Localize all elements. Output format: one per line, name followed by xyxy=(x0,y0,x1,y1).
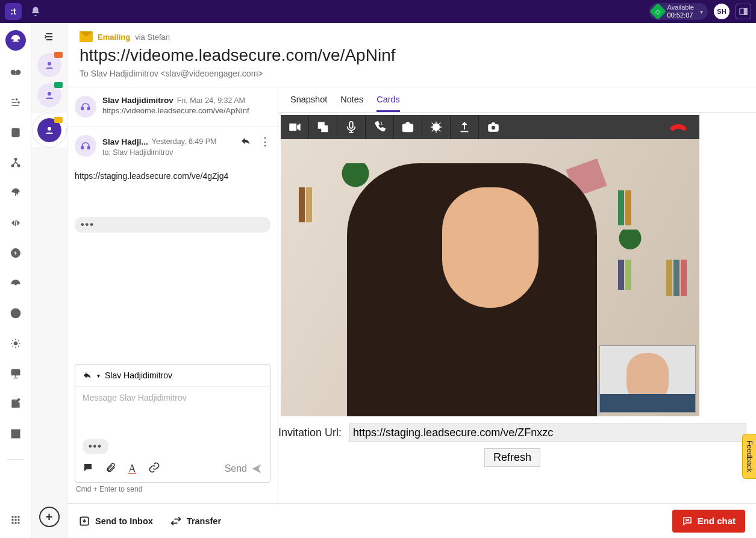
svg-point-10 xyxy=(14,130,16,133)
person-face xyxy=(442,187,539,308)
message-time: Fri, Mar 24, 9:32 AM xyxy=(177,96,245,105)
attachment-icon[interactable] xyxy=(105,462,116,475)
svg-rect-36 xyxy=(88,107,90,110)
trimmed-content-toggle[interactable]: ••• xyxy=(83,439,108,454)
nav-grid-icon[interactable] xyxy=(7,425,24,442)
message-to-line: to: Slav Hadjidimitrov xyxy=(102,148,270,157)
tab-cards[interactable]: Cards xyxy=(376,95,400,112)
svg-point-46 xyxy=(491,125,495,130)
composer-area: ▾ Slav Hadjidimitrov ••• A Send xyxy=(67,357,278,503)
footer-toolbar: Send to Inbox Transfer End chat xyxy=(67,503,756,538)
nav-fingerprint-icon[interactable] xyxy=(7,184,24,201)
notifications-icon[interactable] xyxy=(30,6,41,17)
presence-status-chip[interactable]: Available 00:52:07 ▾ xyxy=(649,3,708,20)
channel-badge-icon xyxy=(54,82,63,88)
transfer-button[interactable]: Transfer xyxy=(170,515,221,527)
thread-panel: Slav HadjidimitrovFri, Mar 24, 9:32 AM h… xyxy=(67,87,278,503)
app-logo[interactable]: :t xyxy=(5,3,22,20)
nav-gauge-icon[interactable] xyxy=(7,275,24,292)
message-preview: https://videome.leadsecure.com/ve/ApNinf xyxy=(102,106,270,115)
video-pip[interactable] xyxy=(599,345,696,413)
nav-voicemail-icon[interactable] xyxy=(7,64,24,81)
feedback-tab[interactable]: Feedback xyxy=(742,434,756,479)
send-label: Send xyxy=(225,463,247,474)
conversation-item[interactable] xyxy=(37,53,61,77)
video-widget: 1 xyxy=(278,113,756,503)
message-item[interactable]: Slav HadjidimitrovFri, Mar 24, 9:32 AM h… xyxy=(67,87,278,127)
svg-point-3 xyxy=(11,70,15,75)
svg-point-31 xyxy=(17,522,19,524)
conversation-item-active[interactable] xyxy=(37,118,61,142)
camera-snapshot-icon[interactable] xyxy=(394,115,422,139)
nav-bolt-icon[interactable] xyxy=(7,245,24,261)
message-input[interactable] xyxy=(75,387,270,439)
user-avatar[interactable]: SH xyxy=(714,4,729,19)
svg-rect-35 xyxy=(81,107,83,110)
add-conversation-button[interactable]: + xyxy=(39,507,60,527)
format-text-icon[interactable]: A xyxy=(128,463,136,475)
svg-point-28 xyxy=(17,519,19,521)
nav-rail xyxy=(0,23,31,538)
reply-to-selector[interactable]: ▾ Slav Hadjidimitrov xyxy=(75,364,270,387)
svg-point-13 xyxy=(17,164,19,166)
send-button[interactable]: Send xyxy=(225,463,263,475)
main-area: + Emailing via Stefan https://videome.le… xyxy=(0,23,756,538)
upload-icon[interactable] xyxy=(451,115,479,139)
invitation-url-input[interactable] xyxy=(349,424,746,442)
svg-point-27 xyxy=(14,519,16,521)
refresh-button[interactable]: Refresh xyxy=(484,448,540,467)
send-to-inbox-button[interactable]: Send to Inbox xyxy=(78,515,153,527)
nav-interactions-icon[interactable] xyxy=(5,30,26,51)
hangup-button[interactable] xyxy=(657,115,699,139)
headset-icon xyxy=(75,135,96,157)
svg-point-11 xyxy=(14,158,16,160)
nav-code-icon[interactable] xyxy=(7,214,24,231)
svg-rect-40 xyxy=(322,126,327,131)
video-toolbar: 1 xyxy=(281,115,699,139)
end-chat-button[interactable]: End chat xyxy=(672,510,745,533)
svg-point-17 xyxy=(14,342,17,345)
via-label: via Stefan xyxy=(135,33,170,42)
reply-icon[interactable] xyxy=(240,136,251,148)
headset-icon xyxy=(75,96,96,117)
nav-compose-icon[interactable] xyxy=(7,395,24,412)
nav-compass-icon[interactable] xyxy=(7,305,24,322)
nav-presentation-icon[interactable] xyxy=(7,365,24,382)
tab-snapshot[interactable]: Snapshot xyxy=(290,95,327,112)
blur-background-icon[interactable] xyxy=(422,115,451,139)
collapse-icon[interactable] xyxy=(43,30,56,43)
svg-rect-20 xyxy=(16,430,19,433)
nav-apps-icon[interactable] xyxy=(7,511,24,528)
message-from: Slav Hadji... xyxy=(102,137,148,146)
panel-toggle-icon[interactable] xyxy=(736,4,751,19)
conversation-item[interactable] xyxy=(37,83,61,107)
top-bar: :t Available 00:52:07 ▾ SH xyxy=(0,0,756,23)
microphone-icon[interactable] xyxy=(337,115,366,139)
svg-point-4 xyxy=(16,70,20,75)
tab-notes[interactable]: Notes xyxy=(340,95,363,112)
side-tabs: Snapshot Notes Cards xyxy=(278,87,756,113)
nav-settings-icon[interactable] xyxy=(7,335,24,352)
canned-response-icon[interactable] xyxy=(83,462,93,475)
switch-camera-icon[interactable] xyxy=(479,115,507,139)
nav-queue-icon[interactable] xyxy=(7,94,24,111)
svg-rect-19 xyxy=(11,430,15,433)
nav-routing-icon[interactable] xyxy=(7,154,24,171)
screenshare-icon[interactable] xyxy=(309,115,337,139)
svg-rect-21 xyxy=(11,434,15,438)
reply-to-name: Slav Hadjidimitrov xyxy=(105,371,172,380)
trimmed-content-toggle[interactable]: ••• xyxy=(75,217,270,233)
link-icon[interactable] xyxy=(148,461,160,476)
message-list: Slav HadjidimitrovFri, Mar 24, 9:32 AM h… xyxy=(67,87,278,357)
svg-point-29 xyxy=(11,522,13,524)
nav-contacts-icon[interactable] xyxy=(7,124,24,141)
channel-badge-icon xyxy=(54,117,63,123)
composer: ▾ Slav Hadjidimitrov ••• A Send xyxy=(75,364,270,483)
interaction-header: Emailing via Stefan https://videome.lead… xyxy=(67,23,756,87)
dialpad-icon[interactable]: 1 xyxy=(366,115,394,139)
video-camera-icon[interactable] xyxy=(281,115,309,139)
more-icon[interactable]: ⋮ xyxy=(260,135,270,148)
svg-rect-18 xyxy=(11,370,19,375)
presence-diamond-icon xyxy=(649,3,666,20)
presence-timer: 00:52:07 xyxy=(667,12,694,19)
